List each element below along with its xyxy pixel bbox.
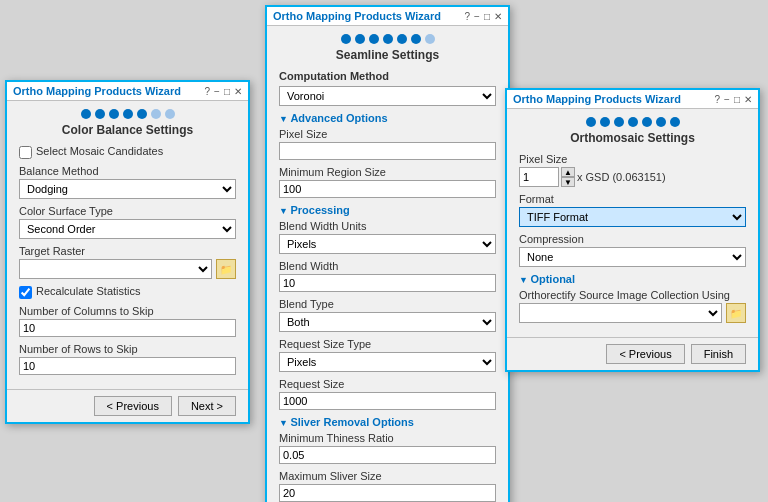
help-icon[interactable]: ? — [205, 86, 211, 97]
request-size-type-label: Request Size Type — [279, 338, 496, 350]
help-icon-2[interactable]: ? — [465, 11, 471, 22]
min-thickness-group: Minimum Thiness Ratio — [279, 432, 496, 464]
window2-controls: ? − □ ✕ — [465, 11, 502, 22]
min-region-label: Minimum Region Size — [279, 166, 496, 178]
select-mosaic-label: Select Mosaic Candidates — [36, 145, 163, 157]
window3-subtitle: Orthomosaic Settings — [519, 131, 746, 145]
dot2-6 — [411, 34, 421, 44]
request-size-type-group: Request Size Type Pixels Meters — [279, 338, 496, 372]
window2-title: Ortho Mapping Products Wizard — [273, 10, 441, 22]
progress-dots-2 — [279, 34, 496, 44]
window1-next-btn[interactable]: Next > — [178, 396, 236, 416]
close-icon[interactable]: ✕ — [234, 86, 242, 97]
title-bar-3: Ortho Mapping Products Wizard ? − □ ✕ — [507, 90, 758, 109]
min-region-group: Minimum Region Size — [279, 166, 496, 198]
window3-controls: ? − □ ✕ — [715, 94, 752, 105]
recalculate-label: Recalculate Statistics — [36, 285, 141, 297]
pixel-size-up[interactable]: ▲ — [561, 167, 575, 177]
blend-type-group: Blend Type Both Inside Outside — [279, 298, 496, 332]
pixel-size-down[interactable]: ▼ — [561, 177, 575, 187]
dot-1 — [81, 109, 91, 119]
blend-width-input[interactable] — [279, 274, 496, 292]
balance-method-select[interactable]: Dodging Histogram Standard Deviation — [19, 179, 236, 199]
pixel-size-input[interactable] — [279, 142, 496, 160]
target-raster-select[interactable] — [19, 259, 212, 279]
window1-title: Ortho Mapping Products Wizard — [13, 85, 181, 97]
orthorectify-folder-btn[interactable]: 📁 — [726, 303, 746, 323]
target-raster-label: Target Raster — [19, 245, 236, 257]
min-thickness-input[interactable] — [279, 446, 496, 464]
recalculate-checkbox[interactable] — [19, 286, 32, 299]
color-surface-select[interactable]: Second Order First Order Zero Order — [19, 219, 236, 239]
dot-6 — [151, 109, 161, 119]
processing-header[interactable]: Processing — [279, 204, 496, 216]
minimize-icon-2[interactable]: − — [474, 11, 480, 22]
request-size-group: Request Size — [279, 378, 496, 410]
cols-skip-input[interactable] — [19, 319, 236, 337]
optional-header[interactable]: Optional — [519, 273, 746, 285]
min-region-input[interactable] — [279, 180, 496, 198]
color-surface-label: Color Surface Type — [19, 205, 236, 217]
target-raster-row: 📁 — [19, 259, 236, 279]
max-sliver-group: Maximum Sliver Size — [279, 470, 496, 502]
max-sliver-label: Maximum Sliver Size — [279, 470, 496, 482]
blend-width-units-label: Blend Width Units — [279, 220, 496, 232]
request-size-input[interactable] — [279, 392, 496, 410]
minimize-icon[interactable]: − — [214, 86, 220, 97]
dot-3 — [109, 109, 119, 119]
rows-skip-group: Number of Rows to Skip — [19, 343, 236, 375]
dot3-1 — [586, 117, 596, 127]
max-sliver-input[interactable] — [279, 484, 496, 502]
dot3-2 — [600, 117, 610, 127]
restore-icon-2[interactable]: □ — [484, 11, 490, 22]
orthorectify-group: Orthorectify Source Image Collection Usi… — [519, 289, 746, 323]
dot-5 — [137, 109, 147, 119]
computation-group: Computation Method Voronoi Radiometry Ed… — [279, 70, 496, 106]
close-icon-3[interactable]: ✕ — [744, 94, 752, 105]
title-bar-2: Ortho Mapping Products Wizard ? − □ ✕ — [267, 7, 508, 26]
dot2-3 — [369, 34, 379, 44]
cols-skip-label: Number of Columns to Skip — [19, 305, 236, 317]
balance-method-group: Balance Method Dodging Histogram Standar… — [19, 165, 236, 199]
pixel-size-input-3[interactable] — [519, 167, 559, 187]
format-label: Format — [519, 193, 746, 205]
sliver-header[interactable]: Sliver Removal Options — [279, 416, 496, 428]
request-size-type-select[interactable]: Pixels Meters — [279, 352, 496, 372]
window2-body: Seamline Settings Computation Method Vor… — [267, 26, 508, 502]
window3-finish-btn[interactable]: Finish — [691, 344, 746, 364]
title-bar-1: Ortho Mapping Products Wizard ? − □ ✕ — [7, 82, 248, 101]
rows-skip-input[interactable] — [19, 357, 236, 375]
help-icon-3[interactable]: ? — [715, 94, 721, 105]
sliver-section: Sliver Removal Options Minimum Thiness R… — [279, 416, 496, 502]
dot2-1 — [341, 34, 351, 44]
compression-select[interactable]: None LZW JPEG PackBits — [519, 247, 746, 267]
select-mosaic-checkbox[interactable] — [19, 146, 32, 159]
dot3-3 — [614, 117, 624, 127]
orthorectify-select[interactable] — [519, 303, 722, 323]
window3-prev-btn[interactable]: < Previous — [606, 344, 684, 364]
window3-footer: < Previous Finish — [507, 337, 758, 370]
advanced-header[interactable]: Advanced Options — [279, 112, 496, 124]
computation-label: Computation Method — [279, 70, 496, 82]
blend-width-label: Blend Width — [279, 260, 496, 272]
select-mosaic-group: Select Mosaic Candidates — [19, 145, 236, 159]
target-raster-group: Target Raster 📁 — [19, 245, 236, 279]
blend-width-units-group: Blend Width Units Pixels Meters — [279, 220, 496, 254]
blend-type-select[interactable]: Both Inside Outside — [279, 312, 496, 332]
restore-icon-3[interactable]: □ — [734, 94, 740, 105]
computation-select[interactable]: Voronoi Radiometry Edge Detection — [279, 86, 496, 106]
format-select[interactable]: TIFF Format JPEG Format PNG Format JPEG … — [519, 207, 746, 227]
window1-prev-btn[interactable]: < Previous — [94, 396, 172, 416]
color-surface-group: Color Surface Type Second Order First Or… — [19, 205, 236, 239]
dot2-4 — [383, 34, 393, 44]
close-icon-2[interactable]: ✕ — [494, 11, 502, 22]
window3-title: Ortho Mapping Products Wizard — [513, 93, 681, 105]
compression-label: Compression — [519, 233, 746, 245]
target-raster-folder-btn[interactable]: 📁 — [216, 259, 236, 279]
processing-section: Processing Blend Width Units Pixels Mete… — [279, 204, 496, 410]
restore-icon[interactable]: □ — [224, 86, 230, 97]
cols-skip-group: Number of Columns to Skip — [19, 305, 236, 337]
format-group: Format TIFF Format JPEG Format PNG Forma… — [519, 193, 746, 227]
minimize-icon-3[interactable]: − — [724, 94, 730, 105]
blend-width-units-select[interactable]: Pixels Meters — [279, 234, 496, 254]
